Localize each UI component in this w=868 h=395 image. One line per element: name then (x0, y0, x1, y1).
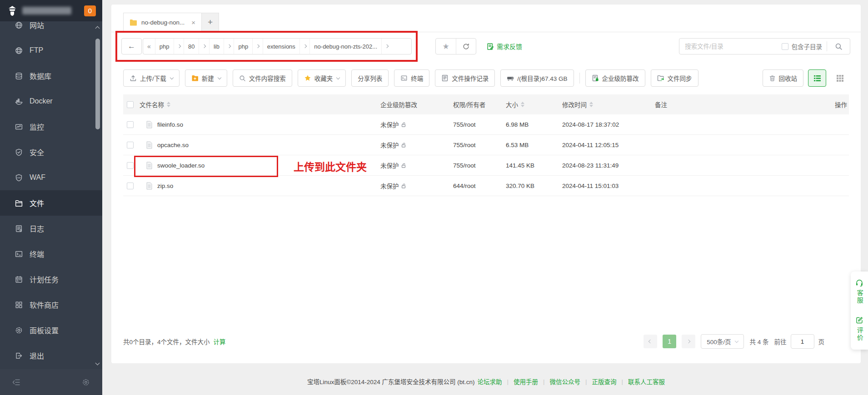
sidebar-item-files[interactable]: 文件 (0, 190, 102, 216)
add-tab-button[interactable]: + (202, 13, 219, 32)
refresh-button[interactable] (456, 39, 476, 54)
footer-link-genuine[interactable]: 正版查询 (592, 377, 617, 386)
upload-download-button[interactable]: 上传/下载 (123, 69, 180, 87)
prev-page-button[interactable] (644, 335, 657, 348)
per-page-select[interactable]: 500条/页 (701, 334, 744, 349)
sidebar-item-ftp[interactable]: FTP (0, 38, 102, 63)
tab-close-icon[interactable]: × (191, 19, 195, 26)
tab-label: no-debug-non... (141, 19, 185, 26)
table-header-row: 文件名称 企业级防篡改 权限/所有者 大小 修改时间 备注 操作 (123, 94, 849, 114)
breadcrumb-segment[interactable]: lib (209, 39, 224, 54)
sidebar-item-monitor[interactable]: 监控 (0, 114, 102, 139)
table-row[interactable]: fileinfo.so 未保护 755/root 6.98 MB 2024-08… (123, 114, 849, 135)
tamper-status-cell[interactable]: 未保护 (380, 140, 453, 149)
file-name-cell[interactable]: swoole_loader.so (140, 162, 380, 169)
sidebar-item-docker[interactable]: Docker (0, 89, 102, 114)
sidebar-item-logs[interactable]: 日志 (0, 216, 102, 241)
row-checkbox[interactable] (127, 121, 134, 128)
tamper-status-cell[interactable]: 未保护 (380, 120, 453, 129)
current-page-button[interactable]: 1 (663, 335, 676, 348)
mtime-cell: 2024-08-23 11:31:49 (562, 162, 655, 169)
footer-link-manual[interactable]: 使用手册 (514, 377, 538, 386)
footer-link-support[interactable]: 联系人工客服 (628, 377, 665, 386)
favorite-star-button[interactable]: ★ (436, 39, 456, 54)
terminal-button[interactable]: 终端 (394, 69, 429, 87)
button-label: 回收站 (779, 74, 798, 83)
tamper-status-cell[interactable]: 未保护 (380, 161, 453, 170)
review-button[interactable]: 评价 (855, 316, 863, 341)
button-label: 文件内容搜索 (249, 74, 286, 83)
list-view-toggle[interactable] (808, 69, 826, 87)
scroll-up-icon[interactable] (95, 26, 100, 31)
column-header-name[interactable]: 文件名称 (140, 100, 380, 109)
tab-no-debug-non[interactable]: no-debug-non... × (123, 13, 202, 32)
feature-feedback-link[interactable]: 需求反馈 (487, 38, 522, 54)
breadcrumb-separator (381, 39, 392, 54)
tamper-proof-button[interactable]: 企业级防篡改 (585, 69, 645, 87)
sidebar-scrollbar[interactable] (94, 21, 101, 369)
sidebar-item-logout[interactable]: 退出 (0, 343, 102, 368)
breadcrumb-segment[interactable]: 80 (184, 39, 199, 54)
back-button[interactable]: ← (121, 38, 142, 54)
file-name-cell[interactable]: opcache.so (140, 141, 380, 149)
favorites-button[interactable]: 收藏夹 (298, 69, 346, 87)
grid-view-toggle[interactable] (831, 69, 849, 87)
breadcrumb-segment[interactable]: php (155, 39, 174, 54)
breadcrumb-segment[interactable]: no-debug-non-zts-202... (309, 39, 381, 54)
sidebar-item-panel-settings[interactable]: 面板设置 (0, 317, 102, 343)
mtime-cell: 2024-04-11 15:01:03 (562, 183, 655, 189)
scrollbar-thumb[interactable] (95, 39, 100, 129)
column-header-size[interactable]: 大小 (506, 100, 562, 109)
sidebar-item-security[interactable]: 安全 (0, 139, 102, 165)
next-page-button[interactable] (682, 335, 695, 348)
breadcrumb-segment[interactable]: extensions (263, 39, 299, 54)
include-subdir-checkbox[interactable] (782, 43, 788, 50)
sidebar-item-terminal[interactable]: 终端 (0, 241, 102, 267)
sort-icon[interactable] (589, 102, 593, 107)
table-row-swoole-loader[interactable]: swoole_loader.so 未保护 755/root 141.45 KB … (123, 155, 849, 176)
star-icon: ★ (442, 42, 449, 51)
recycle-bin-button[interactable]: 回收站 (763, 69, 804, 87)
main-content: no-debug-non... × + ← « php 80 lib php e… (102, 0, 868, 395)
sort-icon[interactable] (167, 102, 170, 107)
file-name-cell[interactable]: zip.so (140, 182, 380, 190)
table-row[interactable]: opcache.so 未保护 755/root 6.53 MB 2024-04-… (123, 135, 849, 155)
scroll-down-icon[interactable] (95, 361, 100, 365)
row-checkbox[interactable] (127, 183, 134, 189)
file-name-cell[interactable]: fileinfo.so (140, 121, 380, 128)
footer-link-wechat[interactable]: 微信公众号 (550, 377, 581, 386)
select-all-checkbox[interactable] (127, 101, 134, 108)
footer-link-forum[interactable]: 论坛求助 (477, 377, 502, 386)
panel-settings-gear-icon (15, 326, 23, 335)
sidebar-item-waf[interactable]: WAF WAF (0, 165, 102, 190)
disk-root-button[interactable]: /(根目录)67.43 GB (500, 69, 574, 87)
chevron-down-icon (218, 75, 221, 79)
sidebar-item-database[interactable]: 数据库 (0, 63, 102, 89)
search-input[interactable] (679, 43, 782, 50)
column-header-mtime[interactable]: 修改时间 (562, 100, 655, 109)
sort-icon[interactable] (521, 102, 524, 107)
sidebar-item-appstore[interactable]: 软件商店 (0, 292, 102, 317)
share-list-button[interactable]: 分享列表 (351, 69, 389, 87)
new-button[interactable]: 新建 (185, 69, 227, 87)
message-count-badge[interactable]: 0 (84, 5, 96, 16)
calc-size-link[interactable]: 计算 (214, 337, 226, 346)
table-row[interactable]: zip.so 未保护 644/root 320.70 KB 2024-04-11… (123, 176, 849, 196)
breadcrumb-segment[interactable]: php (234, 39, 252, 54)
customer-service-button[interactable]: 客服 (855, 279, 863, 304)
file-sync-button[interactable]: 文件同步 (651, 69, 698, 87)
footer-gear-icon[interactable] (81, 378, 90, 387)
goto-page-input[interactable] (791, 334, 814, 349)
toolbar-separator (579, 73, 580, 84)
tamper-status-cell[interactable]: 未保护 (380, 181, 453, 190)
sidebar-item-cron[interactable]: 计划任务 (0, 267, 102, 292)
breadcrumb-collapse[interactable]: « (143, 39, 155, 54)
logout-icon (15, 351, 23, 360)
chevron-right-icon (687, 340, 690, 343)
row-checkbox[interactable] (127, 142, 134, 148)
file-logs-button[interactable]: 文件操作记录 (435, 69, 495, 87)
content-search-button[interactable]: 文件内容搜索 (233, 69, 292, 87)
row-checkbox[interactable] (127, 162, 134, 169)
search-button[interactable] (827, 43, 850, 50)
collapse-sidebar-icon[interactable] (12, 378, 21, 387)
